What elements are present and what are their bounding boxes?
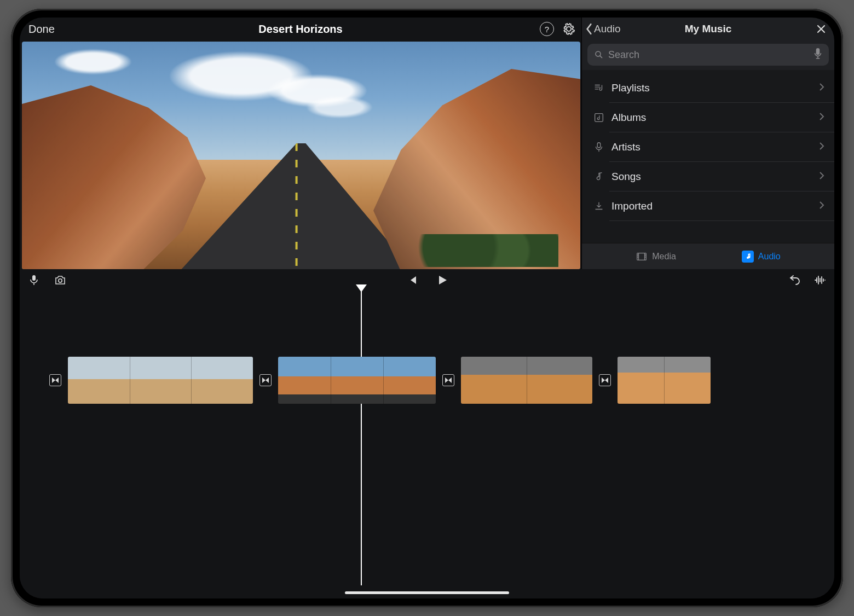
transition-button[interactable] <box>49 374 61 386</box>
row-label: Playlists <box>611 82 819 94</box>
project-toolbar: Done Desert Horizons ? <box>20 18 581 40</box>
close-icon <box>816 24 827 34</box>
dictation-button[interactable] <box>813 48 822 62</box>
ipad-frame: Done Desert Horizons ? <box>11 9 843 607</box>
timeline-clip[interactable] <box>618 357 711 404</box>
record-voiceover-button[interactable] <box>27 274 41 287</box>
camera-button[interactable] <box>54 274 67 287</box>
microphone-icon <box>27 274 41 287</box>
skip-back-button[interactable] <box>406 274 419 287</box>
svg-point-5 <box>59 279 62 282</box>
camera-icon <box>54 274 67 287</box>
chevron-right-icon <box>819 142 824 153</box>
row-playlists[interactable]: Playlists <box>582 73 834 103</box>
undo-icon <box>788 274 801 287</box>
timeline-clip[interactable] <box>68 357 253 404</box>
back-button[interactable]: Audio <box>585 23 621 35</box>
panel-title: My Music <box>685 23 732 35</box>
audio-waveform-button[interactable] <box>813 274 827 287</box>
panel-header: Audio My Music <box>582 18 834 40</box>
timeline-clip[interactable] <box>278 357 436 404</box>
svg-rect-2 <box>597 143 601 148</box>
music-category-list[interactable]: Playlists Albums Artists <box>582 70 834 243</box>
skip-back-icon <box>406 274 419 287</box>
svg-rect-0 <box>816 48 820 55</box>
settings-button[interactable] <box>562 22 576 36</box>
row-albums[interactable]: Albums <box>582 103 834 132</box>
tab-audio[interactable]: Audio <box>742 251 781 263</box>
row-artists[interactable]: Artists <box>582 132 834 162</box>
tab-media[interactable]: Media <box>636 251 676 263</box>
search-container: Search <box>582 40 834 70</box>
transition-button[interactable] <box>442 374 454 386</box>
help-button[interactable]: ? <box>540 22 554 36</box>
waveform-icon <box>813 274 827 287</box>
chevron-right-icon <box>819 171 824 182</box>
help-icon: ? <box>540 22 554 36</box>
search-icon <box>594 50 604 60</box>
playhead[interactable] <box>361 291 362 585</box>
app-screen: Done Desert Horizons ? <box>20 18 834 598</box>
preview-column: Done Desert Horizons ? <box>20 18 581 269</box>
svg-rect-4 <box>32 275 36 281</box>
row-label: Songs <box>611 171 819 183</box>
row-songs[interactable]: Songs <box>582 162 834 191</box>
timeline-pane <box>20 269 834 598</box>
undo-button[interactable] <box>788 274 801 287</box>
chevron-right-icon <box>819 83 824 94</box>
timeline-toolbar <box>20 269 834 291</box>
video-preview[interactable] <box>22 42 580 269</box>
timeline-clip[interactable] <box>461 357 592 404</box>
panel-tab-bar: Media Audio <box>582 243 834 269</box>
timeline-scroll-area[interactable] <box>20 291 834 598</box>
search-input[interactable]: Search <box>587 44 829 66</box>
media-browser-panel: Audio My Music Search <box>581 18 834 269</box>
upper-pane: Done Desert Horizons ? <box>20 18 834 269</box>
songs-icon <box>590 171 608 183</box>
chevron-right-icon <box>819 201 824 212</box>
project-right-controls: ? <box>540 22 576 36</box>
back-label: Audio <box>594 23 621 35</box>
transition-button[interactable] <box>599 374 611 386</box>
project-title: Desert Horizons <box>258 23 342 36</box>
transition-button[interactable] <box>259 374 272 386</box>
row-label: Imported <box>611 200 819 212</box>
clip-track[interactable] <box>53 357 834 404</box>
search-placeholder: Search <box>608 49 813 61</box>
imported-icon <box>590 200 608 212</box>
gear-icon <box>562 22 576 36</box>
filmstrip-icon <box>636 251 648 263</box>
row-label: Albums <box>611 112 819 124</box>
tab-label: Audio <box>758 252 781 261</box>
artist-icon <box>590 141 608 153</box>
play-icon <box>435 274 448 287</box>
tab-label: Media <box>652 252 676 261</box>
row-imported[interactable]: Imported <box>582 191 834 221</box>
music-note-icon <box>742 251 754 263</box>
microphone-icon <box>813 48 822 60</box>
home-indicator[interactable] <box>345 591 509 594</box>
svg-rect-1 <box>595 114 603 122</box>
chevron-right-icon <box>819 112 824 123</box>
row-label: Artists <box>611 141 819 153</box>
playlist-icon <box>590 82 608 94</box>
done-button[interactable]: Done <box>28 23 55 36</box>
close-panel-button[interactable] <box>816 24 827 34</box>
play-button[interactable] <box>435 274 448 287</box>
album-icon <box>590 112 608 124</box>
chevron-left-icon <box>585 23 593 35</box>
